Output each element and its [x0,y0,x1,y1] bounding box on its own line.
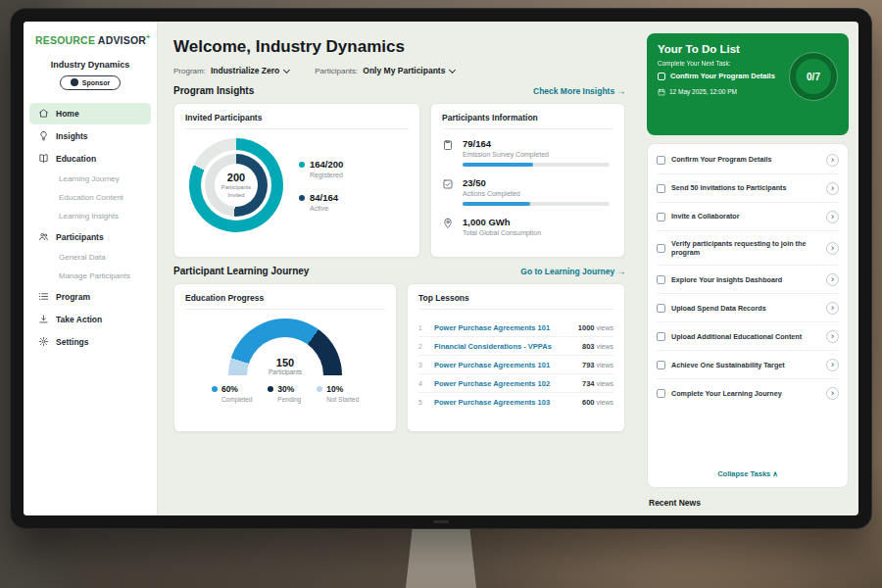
lesson-link[interactable]: Power Purchase Agreements 101 [434,361,575,369]
card-title: Top Lessons [418,293,613,310]
task-label: Explore Your Insights Dashboard [671,275,820,285]
sidebar-item-insights[interactable]: Insights [29,125,151,147]
lesson-rank: 4 [418,380,427,387]
task-row[interactable]: Send 50 Invitations to Participants › [657,174,839,203]
chevron-right-icon[interactable]: › [826,330,839,343]
lightbulb-icon [38,130,49,141]
checkbox-icon[interactable] [657,361,665,369]
legend-label: Completed [221,396,252,403]
sidebar-item-label: Insights [56,131,88,141]
checkbox-icon[interactable] [657,304,665,313]
check-more-insights-link[interactable]: Check More Insights → [533,86,625,96]
chevron-right-icon[interactable]: › [826,273,839,286]
next-task-row[interactable]: Confirm Your Program Details [658,72,783,81]
chevron-right-icon[interactable]: › [826,359,839,371]
sponsor-badge[interactable]: Sponsor [60,75,121,90]
progress-bar [463,163,610,167]
org-name: Industry Dynamics [24,60,157,70]
chevron-right-icon[interactable]: › [826,302,839,315]
education-gauge-chart: 150 Participants [228,318,342,375]
chevron-right-icon[interactable]: › [826,182,839,195]
sidebar-item-manage-participants[interactable]: Manage Participants [29,268,151,285]
views-unit: views [596,324,613,331]
task-row[interactable]: Verify participants requesting to join t… [657,231,839,266]
stat-value: 23/50 [463,177,610,188]
stat-label: Actions Completed [463,190,610,197]
views-count: 803 [582,342,595,351]
task-label: Upload Additional Educational Content [671,332,820,342]
lesson-link[interactable]: Power Purchase Agreements 101 [434,323,571,332]
go-to-learning-journey-link[interactable]: Go to Learning Journey → [520,267,625,276]
task-list-card: Confirm Your Program Details › Send 50 I… [647,143,849,488]
download-action-icon [38,314,49,324]
lesson-link[interactable]: Financial Considerations - VPPAs [434,342,575,351]
sidebar-item-home[interactable]: Home [29,103,151,124]
task-label: Invite a Collaborator [671,212,820,221]
stat-value: 1,000 GWh [463,217,541,227]
learning-journey-header: Participant Learning Journey Go to Learn… [173,266,625,276]
gear-icon [38,336,49,347]
people-icon [38,231,49,242]
sidebar-item-settings[interactable]: Settings [29,331,151,353]
sponsor-label: Sponsor [82,79,110,86]
views-unit: views [596,343,613,350]
sidebar-item-take-action[interactable]: Take Action [29,309,151,330]
lesson-row: 2 Financial Considerations - VPPAs 803 v… [418,337,613,356]
participants-select[interactable]: Participants: Only My Participants [315,66,455,75]
task-row[interactable]: Upload Spend Data Records › [657,294,839,322]
chevron-right-icon[interactable]: › [826,154,839,167]
sidebar-item-participants[interactable]: Participants [29,226,151,248]
card-title: Education Progress [185,293,385,310]
chevron-down-icon [283,66,290,73]
invited-donut-chart: 200 Participants Invited [189,138,283,232]
monitor-stand [406,523,476,588]
legend-dot-navy [299,195,305,201]
program-insights-header: Program Insights Check More Insights → [173,85,625,96]
task-row[interactable]: Achieve One Sustainability Target › [657,351,839,379]
sidebar: RESOURCE ADVISOR+ Industry Dynamics Spon… [24,22,158,515]
checkbox-icon[interactable] [657,275,665,284]
logo-resource: RESOURCE [35,34,95,46]
checkbox-icon[interactable] [657,244,665,253]
checkbox-icon[interactable] [657,389,665,398]
learning-cards-row: Education Progress 150 Participants [173,283,625,432]
task-row[interactable]: Confirm Your Program Details › [657,146,839,174]
sidebar-item-general-data[interactable]: General Data [29,249,151,267]
task-row[interactable]: Upload Additional Educational Content › [657,322,839,351]
section-title: Program Insights [173,85,254,96]
chevron-right-icon[interactable]: › [826,387,839,400]
checkbox-icon[interactable] [657,184,665,193]
lesson-link[interactable]: Power Purchase Agreements 102 [434,379,575,388]
sidebar-item-label: Participants [56,232,104,242]
list-icon [38,291,49,302]
stat-row: 79/164 Emission Survey Completed [442,138,613,167]
recent-news-heading: Recent News [647,496,849,508]
checkbox-icon[interactable] [658,73,665,80]
program-select[interactable]: Program: Industrialize Zero [173,66,289,75]
checkbox-icon[interactable] [657,213,665,221]
sidebar-item-learning-journey[interactable]: Learning Journey [29,171,151,188]
chevron-right-icon[interactable]: › [826,242,839,255]
sponsor-icon [71,78,78,86]
task-row[interactable]: Invite a Collaborator › [657,203,839,231]
task-label: Complete Your Learning Journey [671,389,820,399]
insights-cards-row: Invited Participants 200 Participants In… [173,103,625,258]
legend-item: 60% Completed [212,384,252,403]
collapse-tasks-button[interactable]: Collapse Tasks ∧ [657,461,839,485]
checkbox-icon[interactable] [657,156,665,165]
task-row[interactable]: Explore Your Insights Dashboard › [657,266,839,294]
sidebar-item-learning-insights[interactable]: Learning Insights [29,208,151,225]
sidebar-item-education[interactable]: Education [29,148,151,170]
card-title: Participants Information [442,113,613,129]
lesson-link[interactable]: Power Purchase Agreements 103 [434,398,575,407]
calendar-icon [658,88,665,96]
views-count: 600 [582,398,595,407]
checkbox-icon[interactable] [657,332,665,341]
logo-advisor: ADVISOR [98,34,146,46]
chevron-right-icon[interactable]: › [826,211,839,223]
lesson-row: 4 Power Purchase Agreements 102 734 view… [418,374,613,393]
sidebar-item-program[interactable]: Program [29,286,151,308]
sidebar-item-education-content[interactable]: Education Content [29,189,151,207]
education-progress-card: Education Progress 150 Participants [173,283,397,432]
task-row[interactable]: Complete Your Learning Journey › [657,379,839,407]
